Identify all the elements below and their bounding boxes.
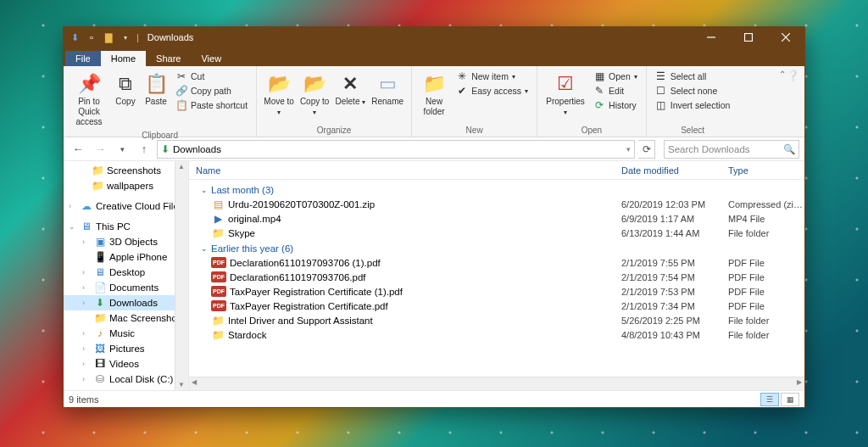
chevron-right-icon[interactable]: ›	[82, 237, 91, 246]
paste-button[interactable]: 📋 Paste	[142, 68, 170, 110]
videos-icon: 🎞	[93, 357, 107, 371]
chevron-right-icon[interactable]: ›	[82, 360, 91, 368]
tab-home[interactable]: Home	[101, 51, 146, 66]
file-list[interactable]: ⌄Last month (3)▤Urdu-20190620T070300Z-00…	[189, 180, 804, 377]
easy-access-button[interactable]: ✔Easy access ▾	[453, 84, 531, 98]
chevron-down-icon: ▾	[525, 87, 528, 95]
qat-dropdown-icon[interactable]: ▾	[120, 31, 131, 43]
refresh-button[interactable]: ⟳	[638, 140, 655, 159]
properties-button[interactable]: ☑ Properties ▾	[542, 68, 588, 120]
delete-icon: ✕	[335, 71, 365, 97]
paste-shortcut-button[interactable]: 📋Paste shortcut	[172, 98, 251, 112]
history-button[interactable]: ⟳History	[590, 98, 641, 112]
tree-item-disk-d[interactable]: ›⛁Local Disk (D:)	[64, 387, 188, 390]
search-input[interactable]: Search Downloads 🔍	[664, 140, 799, 159]
tree-item-3d-objects[interactable]: ›▣3D Objects	[64, 234, 188, 249]
column-date[interactable]: Date modified	[621, 165, 723, 176]
help-icon[interactable]: ❔	[787, 70, 799, 81]
close-button[interactable]	[767, 27, 804, 47]
file-group-header[interactable]: ⌄Earlier this year (6)	[196, 240, 804, 255]
chevron-right-icon[interactable]: ›	[82, 375, 91, 383]
tree-item-videos[interactable]: ›🎞Videos	[64, 356, 188, 372]
pin-quick-access-button[interactable]: 📌 Pin to Quick access	[69, 68, 109, 131]
chevron-right-icon[interactable]: ›	[82, 283, 91, 292]
collapse-ribbon-icon[interactable]: ⌃	[779, 70, 786, 79]
easy-access-icon: ✔	[456, 85, 468, 97]
new-folder-button[interactable]: 📁 New folder	[417, 68, 451, 120]
copy-to-label: Copy to	[300, 97, 329, 106]
navigation-pane[interactable]: 📁Screenshots 📁wallpapers ›☁Creative Clou…	[64, 161, 189, 390]
pictures-icon: 🖼	[93, 342, 107, 355]
address-bar[interactable]: ⬇ Downloads ▾	[157, 140, 635, 159]
file-row[interactable]: 📁Intel Driver and Support Assistant5/26/…	[196, 313, 804, 327]
nav-scrollbar[interactable]	[175, 161, 188, 390]
cut-button[interactable]: ✂Cut	[172, 70, 251, 83]
file-date: 2/1/2019 7:34 PM	[621, 301, 723, 311]
chevron-down-icon[interactable]: ▾	[626, 145, 631, 154]
tree-item-pictures[interactable]: ›🖼Pictures	[64, 341, 188, 356]
invert-selection-button[interactable]: ◫Invert selection	[652, 98, 734, 112]
copy-button[interactable]: ⧉ Copy	[111, 68, 140, 110]
titlebar[interactable]: ⬇ ▫ ▇ ▾ | Downloads	[64, 27, 804, 47]
music-icon: ♪	[93, 327, 107, 340]
edit-icon: ✎	[593, 85, 605, 97]
tree-item-screenshots[interactable]: 📁Screenshots	[64, 163, 188, 178]
file-row[interactable]: 📁Stardock4/8/2019 10:43 PMFile folder	[196, 327, 804, 342]
tree-item-music[interactable]: ›♪Music	[64, 326, 188, 341]
large-icons-view-button[interactable]: ▦	[781, 393, 799, 406]
file-row[interactable]: ▤Urdu-20190620T070300Z-001.zip6/20/2019 …	[196, 197, 804, 211]
tree-item-iphone[interactable]: 📱Apple iPhone	[64, 249, 188, 265]
maximize-button[interactable]	[730, 27, 767, 47]
chevron-right-icon[interactable]: ›	[82, 299, 91, 307]
column-type[interactable]: Type	[723, 165, 804, 176]
tree-item-mac-screenshots[interactable]: 📁Mac Screenshots	[64, 310, 188, 326]
file-group-header[interactable]: ⌄Last month (3)	[196, 182, 804, 197]
copy-to-button[interactable]: 📂 Copy to ▾	[298, 68, 331, 120]
file-row[interactable]: ▶original.mp46/9/2019 1:17 AMMP4 File	[196, 211, 804, 226]
ribbon-group-new: 📁 New folder ✳New item ▾ ✔Easy access ▾ …	[412, 66, 537, 137]
file-name: Stardock	[228, 330, 621, 340]
tab-share[interactable]: Share	[146, 51, 191, 66]
nav-recent-dropdown[interactable]: ▾	[113, 140, 131, 159]
open-button[interactable]: ▦Open ▾	[590, 70, 641, 83]
chevron-right-icon[interactable]: ›	[69, 202, 77, 210]
tab-view[interactable]: View	[191, 51, 231, 66]
file-row[interactable]: PDFDeclaration6110197093706 (1).pdf2/1/2…	[196, 255, 804, 270]
select-none-button[interactable]: ☐Select none	[652, 84, 734, 98]
move-to-button[interactable]: 📂 Move to ▾	[262, 68, 296, 120]
chevron-down-icon[interactable]: ⌄	[69, 222, 77, 231]
tree-item-desktop[interactable]: ›🖥Desktop	[64, 265, 188, 280]
file-row[interactable]: 📁Skype6/13/2019 1:44 AMFile folder	[196, 226, 804, 240]
tree-item-documents[interactable]: ›📄Documents	[64, 280, 188, 295]
chevron-right-icon[interactable]: ›	[82, 329, 91, 338]
tree-item-disk-c[interactable]: ›⛁Local Disk (C:)	[64, 372, 188, 387]
video-file-icon: ▶	[211, 212, 225, 226]
new-item-button[interactable]: ✳New item ▾	[453, 70, 531, 83]
file-row[interactable]: PDFTaxPayer Registration Certificate (1)…	[196, 284, 804, 299]
rename-button[interactable]: ▭ Rename	[369, 68, 406, 110]
edit-button[interactable]: ✎Edit	[590, 84, 641, 98]
column-name[interactable]: Name	[196, 165, 621, 176]
delete-button[interactable]: ✕ Delete ▾	[333, 68, 367, 110]
copy-path-button[interactable]: 🔗Copy path	[172, 84, 251, 98]
file-row[interactable]: PDFTaxPayer Registration Certificate.pdf…	[196, 299, 804, 313]
file-date: 2/1/2019 7:54 PM	[621, 272, 723, 282]
nav-up-button[interactable]: ↑	[135, 140, 153, 159]
properties-qat-icon[interactable]: ▫	[86, 31, 97, 43]
tab-file[interactable]: File	[65, 51, 101, 66]
chevron-right-icon[interactable]: ›	[82, 344, 91, 353]
tree-item-this-pc[interactable]: ⌄🖥This PC	[64, 219, 188, 234]
tree-item-creative-cloud[interactable]: ›☁Creative Cloud Files	[64, 198, 188, 214]
horizontal-scrollbar[interactable]	[189, 377, 804, 390]
details-view-button[interactable]: ☰	[760, 393, 779, 406]
folder-qat-icon[interactable]: ▇	[103, 31, 114, 43]
nav-back-button[interactable]: ←	[69, 140, 87, 159]
select-all-button[interactable]: ☰Select all	[652, 70, 734, 83]
file-type: PDF File	[723, 301, 804, 311]
file-row[interactable]: PDFDeclaration6110197093706.pdf2/1/2019 …	[196, 270, 804, 284]
chevron-right-icon[interactable]: ›	[82, 268, 91, 277]
tree-item-wallpapers[interactable]: 📁wallpapers	[64, 178, 188, 193]
tree-item-downloads[interactable]: ›⬇Downloads	[64, 295, 188, 310]
minimize-button[interactable]	[693, 27, 730, 47]
nav-forward-button[interactable]: →	[91, 140, 109, 159]
